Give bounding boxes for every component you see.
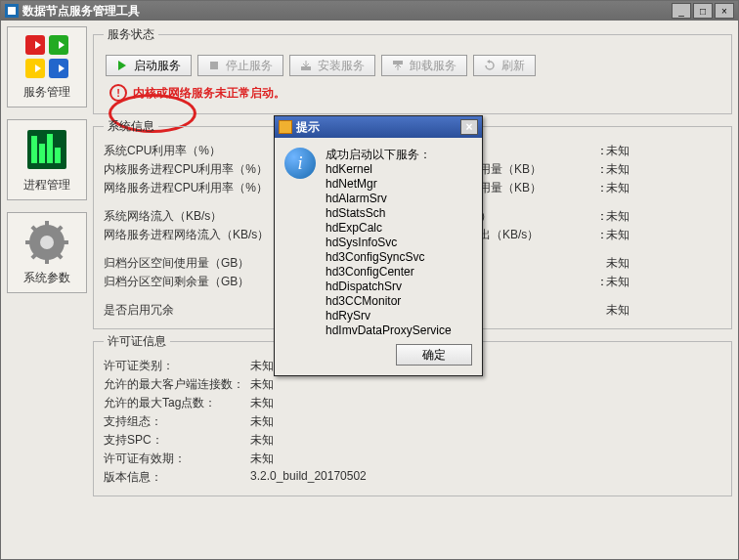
sidebar-item-label: 进程管理 bbox=[23, 177, 70, 194]
recycle-icon bbox=[23, 33, 70, 80]
refresh-button[interactable]: 刷新 bbox=[473, 55, 536, 76]
sidebar-item-service-mgmt[interactable]: 服务管理 bbox=[7, 26, 87, 108]
error-message: ! 内核或网络服务未正常启动。 bbox=[109, 84, 721, 102]
info-icon: i bbox=[284, 148, 316, 179]
service-item: hd3ConfigSyncSvc bbox=[326, 250, 452, 265]
svg-rect-14 bbox=[61, 240, 68, 244]
dialog-body: i 成功启动以下服务： hdKernelhdNetMgrhdAlarmSrvhd… bbox=[275, 138, 482, 344]
svg-rect-8 bbox=[55, 148, 61, 163]
service-item: hdExpCalc bbox=[326, 221, 452, 236]
service-item: hd3ConfigCenter bbox=[326, 265, 452, 280]
process-icon bbox=[23, 126, 70, 173]
svg-rect-11 bbox=[45, 221, 49, 229]
dialog-titlebar: 提示 × bbox=[275, 116, 482, 138]
sidebar-item-process-mgmt[interactable]: 进程管理 bbox=[7, 119, 87, 200]
license-info-legend: 许可证信息 bbox=[104, 333, 170, 350]
svg-rect-19 bbox=[210, 62, 218, 69]
dialog-close-button[interactable]: × bbox=[460, 119, 478, 135]
minimize-button[interactable]: _ bbox=[672, 3, 691, 19]
svg-rect-5 bbox=[31, 136, 37, 163]
install-icon bbox=[300, 60, 312, 71]
svg-rect-6 bbox=[39, 144, 45, 163]
service-item: hdImvDataProxyService bbox=[326, 323, 452, 338]
service-item: hdNetMgr bbox=[326, 177, 452, 192]
sidebar-item-label: 服务管理 bbox=[23, 84, 70, 101]
service-item: hdDispatchSrv bbox=[326, 280, 452, 294]
dialog-footer: 确定 bbox=[275, 344, 482, 375]
maximize-button[interactable]: □ bbox=[693, 3, 713, 19]
stop-service-button[interactable]: 停止服务 bbox=[197, 55, 283, 76]
dialog-icon bbox=[279, 120, 292, 134]
dialog-title: 提示 bbox=[296, 119, 460, 136]
stop-icon bbox=[208, 60, 220, 71]
dialog-message: 成功启动以下服务： hdKernelhdNetMgrhdAlarmSrvhdSt… bbox=[326, 148, 452, 338]
service-item: hdStatsSch bbox=[326, 206, 452, 221]
dialog: 提示 × i 成功启动以下服务： hdKernelhdNetMgrhdAlarm… bbox=[274, 115, 483, 376]
system-info-legend: 系统信息 bbox=[104, 118, 158, 135]
toolbar: 启动服务 停止服务 安装服务 卸载服务 bbox=[106, 55, 719, 76]
refresh-icon bbox=[484, 60, 496, 71]
service-status-legend: 服务状态 bbox=[104, 26, 158, 43]
window-controls: _ □ × bbox=[672, 3, 734, 19]
svg-rect-13 bbox=[25, 240, 33, 244]
service-item: hdAlarmSrv bbox=[326, 192, 452, 206]
service-item: hd3CCMonitor bbox=[326, 294, 452, 309]
svg-rect-12 bbox=[45, 256, 49, 264]
titlebar: 数据节点服务管理工具 _ □ × bbox=[1, 1, 738, 21]
gear-icon bbox=[23, 219, 70, 266]
uninstall-icon bbox=[392, 60, 404, 71]
sidebar: 服务管理 进程管理 系统参数 bbox=[7, 26, 87, 553]
play-icon bbox=[116, 60, 128, 71]
start-service-button[interactable]: 启动服务 bbox=[106, 55, 192, 76]
service-item: hdRySrv bbox=[326, 309, 452, 323]
svg-point-10 bbox=[40, 236, 54, 249]
window-title: 数据节点服务管理工具 bbox=[22, 3, 672, 20]
ok-button[interactable]: 确定 bbox=[396, 344, 472, 366]
svg-rect-7 bbox=[47, 134, 53, 163]
uninstall-service-button[interactable]: 卸载服务 bbox=[381, 55, 467, 76]
close-button[interactable]: × bbox=[715, 3, 734, 19]
service-item: hdKernel bbox=[326, 162, 452, 177]
service-status-group: 服务状态 启动服务 停止服务 安装服务 bbox=[93, 26, 732, 114]
install-service-button[interactable]: 安装服务 bbox=[289, 55, 375, 76]
error-icon: ! bbox=[109, 84, 127, 102]
sidebar-item-label: 系统参数 bbox=[23, 270, 70, 286]
service-item: hdSysInfoSvc bbox=[326, 236, 452, 250]
service-list: hdKernelhdNetMgrhdAlarmSrvhdStatsSchhdEx… bbox=[326, 162, 452, 338]
sidebar-item-system-params[interactable]: 系统参数 bbox=[7, 212, 87, 293]
app-icon bbox=[5, 4, 19, 18]
license-grid: 许可证类别：未知 允许的最大客户端连接数：未知 允许的最大Tag点数：未知 支持… bbox=[104, 358, 721, 486]
